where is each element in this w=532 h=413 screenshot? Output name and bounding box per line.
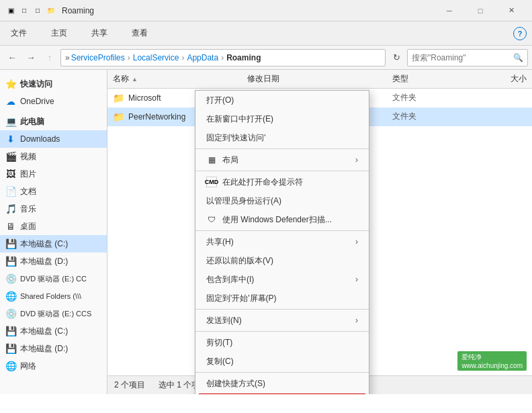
search-input[interactable] [412, 53, 513, 62]
ctx-sep-1 [195, 148, 369, 149]
forward-button[interactable]: → [23, 50, 39, 66]
ctx-copy[interactable]: 复制(C) [195, 352, 369, 371]
ribbon-tab-share[interactable]: 共享 [86, 25, 113, 42]
ctx-defender[interactable]: 🛡 使用 Windows Defender扫描... [195, 210, 369, 229]
search-box[interactable]: 🔍 [407, 49, 528, 66]
back-button[interactable]: ← [4, 50, 20, 66]
title-bar: ▣ □ □ 📁 Roaming ─ □ ✕ [0, 0, 532, 21]
ctx-send-to[interactable]: 发送到(N) › [195, 311, 369, 330]
layout-icon: ▦ [206, 154, 217, 165]
drive-c2-icon: 💾 [5, 326, 16, 336]
title-controls: ─ □ ✕ [434, 0, 527, 21]
ctx-include-library[interactable]: 包含到库中(I) › [195, 270, 369, 289]
sidebar-drive-d2[interactable]: 💾 本地磁盘 (D:) [0, 340, 107, 357]
desktop-icon: 🖥 [5, 221, 16, 232]
close-button[interactable]: ✕ [496, 0, 527, 21]
ctx-delete[interactable]: 删除(D) [198, 394, 366, 394]
main-layout: ⭐ 快速访问 ☁ OneDrive 💻 此电脑 ⬇ Downloads 🎬 视频… [0, 70, 532, 394]
sidebar-documents[interactable]: 📄 文档 [0, 183, 107, 200]
ribbon-tab-view[interactable]: 查看 [126, 25, 153, 42]
breadcrumb-local-service[interactable]: LocalService [133, 53, 179, 62]
sidebar-videos[interactable]: 🎬 视频 [0, 148, 107, 165]
up-button[interactable]: ↑ [42, 50, 58, 66]
sidebar-network[interactable]: 🌐 网络 [0, 357, 107, 375]
arrow-icon: › [355, 155, 358, 165]
ctx-pin-quick-access[interactable]: 固定到'快速访问' [195, 128, 369, 147]
ctx-sep-3 [195, 230, 369, 231]
dvd-e2-icon: 💿 [5, 308, 16, 319]
ctx-sep-5 [195, 331, 369, 332]
videos-icon: 🎬 [5, 151, 16, 162]
ctx-pin-start[interactable]: 固定到'开始'屏幕(P) [195, 289, 369, 308]
ctx-open-new-window[interactable]: 在新窗口中打开(E) [195, 109, 369, 128]
ctx-open[interactable]: 打开(O) [195, 91, 369, 109]
documents-icon: 📄 [5, 186, 16, 197]
folder-title-icon: 📁 [46, 5, 56, 16]
network-icon: 🌐 [5, 361, 16, 371]
title-bar-icons: ▣ □ □ 📁 [5, 5, 56, 16]
shared-icon: 🌐 [5, 291, 16, 302]
ctx-share[interactable]: 共享(H) › [195, 232, 369, 251]
downloads-icon: ⬇ [5, 134, 16, 144]
col-type-header[interactable]: 类型 [392, 73, 473, 85]
maximize-button[interactable]: □ [465, 0, 496, 21]
title-icon-3: □ [32, 5, 43, 16]
content-area: 名称 ▲ 修改日期 类型 大小 📁 Microsoft 2017/4/19 14… [107, 70, 532, 394]
sidebar-downloads[interactable]: ⬇ Downloads [0, 130, 107, 148]
sidebar-dvd-e[interactable]: 💿 DVD 驱动器 (E:) CC [0, 270, 107, 287]
sidebar-downloads-label: Downloads [20, 134, 60, 144]
ctx-create-shortcut[interactable]: 创建快捷方式(S) [195, 374, 369, 393]
col-name-header[interactable]: 名称 ▲ [113, 73, 247, 85]
ctx-cut[interactable]: 剪切(T) [195, 333, 369, 352]
col-date-header[interactable]: 修改日期 [247, 73, 392, 85]
sidebar-pictures[interactable]: 🖼 图片 [0, 165, 107, 183]
ctx-layout[interactable]: ▦ 布局 › [195, 150, 369, 169]
share-arrow-icon: › [355, 237, 358, 246]
breadcrumb-service-profiles[interactable]: ServiceProfiles [71, 53, 125, 62]
sidebar-shared[interactable]: 🌐 Shared Folders (\\\ [0, 287, 107, 305]
watermark: 爱纯净www.aichunjing.com [457, 351, 527, 371]
col-size-header[interactable]: 大小 [473, 73, 527, 85]
sidebar-quick-access[interactable]: ⭐ 快速访问 [0, 75, 107, 93]
ctx-run-admin[interactable]: 以管理员身份运行(A) [195, 191, 369, 210]
defender-icon: 🛡 [206, 214, 217, 225]
context-menu: 打开(O) 在新窗口中打开(E) 固定到'快速访问' ▦ 布局 › CMD 在此… [195, 90, 369, 394]
sidebar: ⭐ 快速访问 ☁ OneDrive 💻 此电脑 ⬇ Downloads 🎬 视频… [0, 70, 107, 394]
send-arrow-icon: › [355, 316, 358, 325]
sidebar-drive-c2[interactable]: 💾 本地磁盘 (C:) [0, 322, 107, 340]
sidebar-drive-c[interactable]: 💾 本地磁盘 (C:) [0, 235, 107, 253]
item-count: 2 个项目 [114, 379, 145, 391]
breadcrumb-expand[interactable]: » [65, 53, 70, 62]
sidebar-onedrive[interactable]: ☁ OneDrive [0, 93, 107, 110]
cmd-icon: CMD [206, 177, 217, 187]
refresh-button[interactable]: ↻ [388, 50, 404, 66]
sidebar-dvd-e2[interactable]: 💿 DVD 驱动器 (E:) CCS [0, 305, 107, 322]
window-title: Roaming [62, 6, 434, 15]
breadcrumb-roaming: Roaming [226, 53, 261, 62]
ctx-sep-4 [195, 309, 369, 310]
breadcrumb-appdata[interactable]: AppData [187, 53, 218, 62]
ctx-sep-6 [195, 372, 369, 373]
ctx-sep-2 [195, 171, 369, 171]
folder-icon: 📁 [113, 93, 124, 103]
breadcrumb: » ServiceProfiles › LocalService › AppDa… [60, 49, 386, 66]
drive-d2-icon: 💾 [5, 343, 16, 354]
help-button[interactable]: ? [513, 27, 527, 40]
sidebar-drive-d[interactable]: 💾 本地磁盘 (D:) [0, 253, 107, 270]
library-arrow-icon: › [355, 275, 358, 284]
sort-arrow-icon: ▲ [132, 76, 138, 83]
ribbon-tab-home[interactable]: 主页 [46, 25, 73, 42]
sidebar-desktop[interactable]: 🖥 桌面 [0, 218, 107, 235]
sidebar-this-pc[interactable]: 💻 此电脑 [0, 113, 107, 130]
ribbon-tab-file[interactable]: 文件 [5, 25, 32, 42]
pc-icon: 💻 [5, 116, 16, 127]
file-type-peernetworking: 文件夹 [392, 111, 473, 122]
search-icon: 🔍 [513, 53, 523, 62]
ctx-restore[interactable]: 还原以前的版本(V) [195, 251, 369, 270]
pictures-icon: 🖼 [5, 169, 16, 179]
ctx-cmd[interactable]: CMD 在此处打开命令提示符 [195, 173, 369, 191]
column-headers: 名称 ▲ 修改日期 类型 大小 [107, 70, 532, 89]
minimize-button[interactable]: ─ [434, 0, 465, 21]
drive-c-icon: 💾 [5, 238, 16, 249]
sidebar-music[interactable]: 🎵 音乐 [0, 200, 107, 218]
